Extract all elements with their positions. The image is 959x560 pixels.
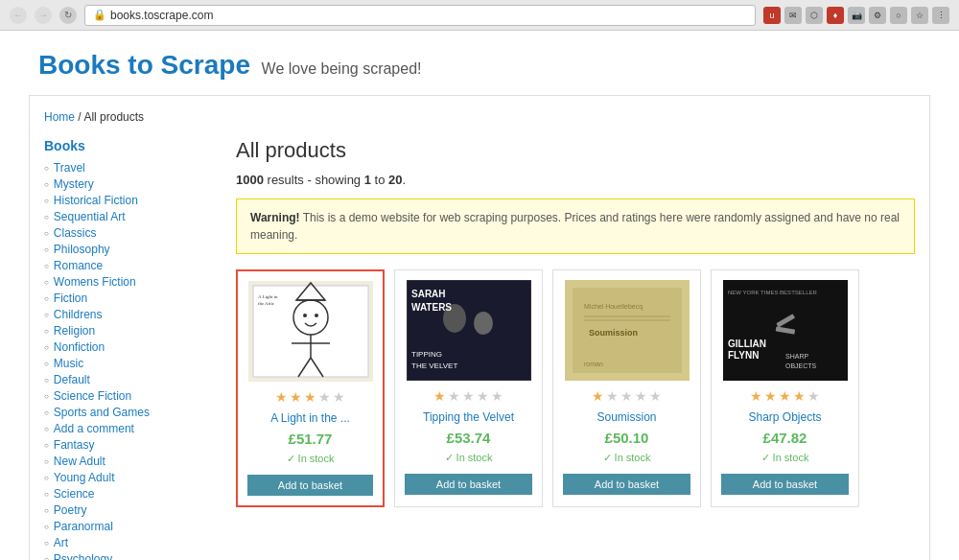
category-link[interactable]: Sports and Games [54, 406, 150, 419]
stock-status: In stock [247, 453, 373, 465]
browser-chrome: ← → ↻ 🔒 books.toscrape.com u ✉ ⬡ ♦ 📷 ⚙ ○… [0, 0, 959, 31]
ext-icon-1[interactable]: u [763, 7, 781, 24]
star-rating: ★★★★★ [405, 388, 532, 404]
sidebar-section-title[interactable]: Books [44, 138, 217, 153]
star-5: ★ [807, 388, 820, 404]
star-4: ★ [477, 388, 489, 404]
book-title-link[interactable]: Sharp Objects [748, 410, 821, 424]
sidebar-item-historical-fiction: Historical Fiction [44, 194, 217, 207]
sidebar-item-default: Default [44, 373, 217, 386]
sidebar-item-fantasy: Fantasy [44, 438, 217, 452]
sidebar-item-religion: Religion [44, 324, 217, 338]
add-to-basket-button[interactable]: Add to basket [247, 475, 373, 496]
category-link[interactable]: Default [54, 373, 90, 386]
breadcrumb-home[interactable]: Home [44, 110, 75, 124]
page-title: All products [236, 138, 915, 163]
book-title-link[interactable]: A Light in the ... [270, 411, 350, 425]
page-background: Books to Scrape We love being scraped! H… [0, 31, 959, 560]
svg-text:THE VELVET: THE VELVET [411, 362, 457, 370]
book-title-link[interactable]: Tipping the Velvet [423, 410, 514, 424]
results-start: 1 [364, 173, 371, 187]
category-link[interactable]: Science [54, 487, 95, 501]
category-link[interactable]: Nonfiction [54, 340, 105, 354]
book-cover: SARAH WATERS TIPPING THE VELVET [407, 280, 531, 381]
category-link[interactable]: Paranormal [54, 520, 113, 533]
category-link[interactable]: Psychology [54, 552, 112, 560]
sidebar-item-science-fiction: Science Fiction [44, 389, 217, 403]
category-link[interactable]: Fantasy [54, 438, 95, 452]
results-count: 1000 [236, 173, 264, 187]
sidebar-item-romance: Romance [44, 259, 217, 272]
back-button[interactable]: ← [10, 7, 27, 24]
star-3: ★ [779, 388, 791, 404]
category-link[interactable]: Classics [54, 226, 97, 240]
ext-icon-2[interactable]: ✉ [784, 7, 802, 24]
sidebar-item-add-a-comment: Add a comment [44, 422, 217, 435]
category-link[interactable]: Romance [54, 259, 103, 272]
add-to-basket-button[interactable]: Add to basket [721, 474, 849, 495]
refresh-button[interactable]: ↻ [59, 7, 77, 24]
star-1: ★ [433, 388, 446, 404]
star-rating: ★★★★★ [247, 389, 373, 405]
star-1: ★ [750, 388, 762, 404]
star-5: ★ [491, 388, 503, 404]
category-link[interactable]: Music [54, 357, 83, 370]
category-link[interactable]: Womens Fiction [54, 275, 136, 289]
svg-text:the Attic: the Attic [258, 301, 275, 306]
category-link[interactable]: Poetry [54, 503, 87, 517]
category-link[interactable]: Travel [54, 161, 85, 175]
category-link[interactable]: Philosophy [54, 243, 110, 256]
breadcrumb-current: All products [83, 110, 144, 124]
site-tagline: We love being scraped! [262, 60, 422, 77]
browser-toolbar-icons: u ✉ ⬡ ♦ 📷 ⚙ ○ ☆ ⋮ [763, 7, 949, 24]
book-title-link[interactable]: Soumission [596, 410, 656, 424]
category-link[interactable]: Historical Fiction [54, 194, 138, 207]
sidebar-item-young-adult: Young Adult [44, 471, 217, 484]
book-cover: NEW YORK TIMES BESTSELLER GILLIAN FLYNN … [723, 280, 848, 381]
svg-text:SARAH: SARAH [411, 289, 446, 299]
ext-icon-3[interactable]: ⬡ [806, 7, 823, 24]
category-link[interactable]: Childrens [54, 308, 103, 321]
category-link[interactable]: New Adult [54, 455, 105, 468]
ext-icon-6[interactable]: ⚙ [869, 7, 886, 24]
book-card[interactable]: SARAH WATERS TIPPING THE VELVET ★★★★★ Ti… [394, 269, 543, 507]
category-link[interactable]: Young Adult [54, 471, 115, 484]
add-to-basket-button[interactable]: Add to basket [405, 474, 532, 495]
category-link[interactable]: Religion [54, 324, 95, 338]
svg-text:WATERS: WATERS [411, 302, 452, 313]
site-header: Books to Scrape We love being scraped! [0, 31, 959, 95]
category-link[interactable]: Mystery [54, 177, 94, 191]
sidebar-item-nonfiction: Nonfiction [44, 340, 217, 354]
stock-status: In stock [721, 452, 849, 464]
sidebar-item-psychology: Psychology [44, 552, 217, 560]
book-title: Sharp Objects [721, 409, 849, 424]
url-text: books.toscrape.com [110, 9, 213, 22]
category-link[interactable]: Science Fiction [54, 389, 131, 403]
star-2: ★ [606, 388, 619, 404]
page-layout: Books TravelMysteryHistorical FictionSeq… [44, 138, 915, 560]
forward-button[interactable]: → [35, 7, 52, 24]
book-card[interactable]: Michel Houellebecq Soumission roman ★★★★… [552, 269, 701, 507]
results-end: 20 [388, 173, 402, 187]
address-bar[interactable]: 🔒 books.toscrape.com [84, 5, 756, 26]
site-title[interactable]: Books to Scrape [38, 50, 250, 80]
ext-icon-4[interactable]: ♦ [827, 7, 844, 24]
sidebar-item-paranormal: Paranormal [44, 520, 217, 533]
ext-icon-5[interactable]: 📷 [848, 7, 865, 24]
category-link[interactable]: Sequential Art [54, 210, 126, 223]
add-to-basket-button[interactable]: Add to basket [563, 474, 690, 495]
sidebar-item-classics: Classics [44, 226, 217, 240]
book-card[interactable]: NEW YORK TIMES BESTSELLER GILLIAN FLYNN … [711, 269, 859, 507]
ext-icon-7[interactable]: ○ [890, 7, 907, 24]
menu-icon[interactable]: ⋮ [932, 7, 949, 24]
sidebar-item-sequential-art: Sequential Art [44, 210, 217, 223]
bookmark-icon[interactable]: ☆ [911, 7, 928, 24]
star-2: ★ [448, 388, 460, 404]
book-card[interactable]: A Light in the Attic ★★★★★ A Light in th… [236, 269, 385, 507]
svg-text:FLYNN: FLYNN [728, 350, 759, 361]
category-link[interactable]: Art [54, 536, 68, 549]
star-5: ★ [649, 388, 662, 404]
category-link[interactable]: Add a comment [54, 422, 134, 435]
star-4: ★ [635, 388, 647, 404]
category-link[interactable]: Fiction [54, 292, 87, 305]
